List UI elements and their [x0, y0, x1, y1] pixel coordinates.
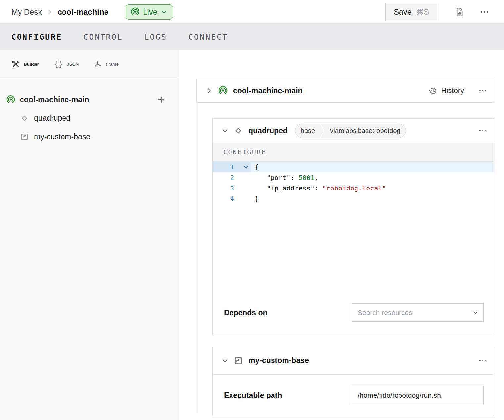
machine-config-page: My Desk cool-machine Live Save ⌘S: [0, 0, 504, 420]
breadcrumb-parent-link[interactable]: My Desk: [11, 7, 42, 17]
component-card-title: quadruped: [248, 126, 288, 135]
fold-chevron-icon[interactable]: [243, 162, 251, 172]
tree-item-label: cool-machine-main: [20, 95, 89, 104]
json-attributes-editor[interactable]: 1{2 "port": 5001,3 "ip_address": "robotd…: [213, 162, 494, 297]
mode-frame-label: Frame: [106, 62, 119, 67]
tab-connect[interactable]: CONNECT: [189, 33, 228, 41]
history-icon: [429, 86, 438, 95]
code-line-3[interactable]: 3 "ip_address": "robotdog.local": [213, 183, 494, 193]
fold-gutter-space: [243, 193, 251, 204]
resource-tree: cool-machine-main quadruped: [0, 78, 179, 146]
header-overflow-menu-button[interactable]: [480, 10, 489, 14]
header: My Desk cool-machine Live Save ⌘S: [0, 0, 504, 24]
depends-on-label: Depends on: [224, 308, 352, 317]
breadcrumb-current: cool-machine: [57, 7, 108, 17]
depends-on-select[interactable]: [352, 303, 484, 322]
status-chevron-down-icon: [161, 9, 167, 15]
save-button[interactable]: Save ⌘S: [385, 3, 437, 21]
mode-json-label: JSON: [67, 62, 79, 67]
mode-builder-button[interactable]: Builder: [11, 60, 39, 68]
config-main-panel: cool-machine-main History: [179, 50, 504, 420]
status-badge-label: Live: [143, 7, 157, 17]
save-shortcut-hint: ⌘S: [416, 7, 429, 17]
tab-control[interactable]: CONTROL: [83, 33, 123, 41]
configure-section-label: CONFIGURE: [223, 148, 266, 156]
mode-json-button[interactable]: {} JSON: [54, 60, 79, 69]
module-card-menu-button[interactable]: [479, 359, 487, 362]
quadruped-component-card: quadruped base viamlabs:base:robotdog: [212, 118, 494, 335]
tools-icon: [11, 60, 20, 68]
component-diamond-icon: [234, 126, 243, 135]
ellipsis-icon: [480, 10, 489, 14]
component-model-badge: viamlabs:base:robotdog: [325, 124, 405, 138]
component-type-badge: base: [295, 124, 320, 138]
breadcrumb: My Desk cool-machine: [11, 7, 108, 17]
expand-part-card-button[interactable]: [205, 87, 213, 94]
collapse-module-button[interactable]: [221, 357, 229, 364]
code-line-4[interactable]: 4}: [213, 193, 494, 204]
add-resource-button[interactable]: [157, 95, 166, 104]
history-label: History: [441, 86, 464, 95]
part-card-title: cool-machine-main: [233, 86, 303, 95]
fold-gutter-space: [243, 172, 251, 183]
config-sidebar: Builder {} JSON Frame: [0, 50, 179, 420]
executable-path-input[interactable]: [352, 386, 484, 404]
save-button-label: Save: [394, 7, 412, 17]
module-card: my-custom-base Executable path: [212, 347, 494, 416]
module-icon: [234, 356, 243, 365]
view-mode-switcher: Builder {} JSON Frame: [0, 50, 179, 78]
tree-item-label: my-custom-base: [34, 132, 90, 141]
tab-logs[interactable]: LOGS: [145, 33, 167, 41]
machine-part-card: cool-machine-main History: [196, 79, 494, 103]
live-signal-icon: [131, 7, 140, 16]
machine-metrics-button[interactable]: [454, 7, 464, 17]
collapse-quadruped-button[interactable]: [221, 127, 229, 134]
code-line-2[interactable]: 2 "port": 5001,: [213, 172, 494, 183]
code-line-1[interactable]: 1{: [213, 162, 494, 172]
fold-gutter-space: [243, 183, 251, 193]
module-icon: [21, 133, 29, 141]
tree-item-label: quadruped: [34, 114, 70, 123]
machine-part-icon: [218, 86, 228, 96]
machine-status-badge[interactable]: Live: [126, 4, 173, 20]
component-diamond-icon: [21, 114, 29, 122]
mode-builder-label: Builder: [24, 62, 39, 67]
module-card-title: my-custom-base: [248, 356, 309, 365]
machine-tabbar: CONFIGURE CONTROL LOGS CONNECT: [0, 24, 504, 50]
part-card-menu-button[interactable]: [479, 89, 487, 92]
mode-frame-button[interactable]: Frame: [93, 60, 119, 68]
component-type-model-badge: base viamlabs:base:robotdog: [295, 124, 406, 138]
tree-connector-line: [196, 103, 196, 414]
file-chart-icon: [454, 7, 464, 17]
badge-divider-icon: [320, 124, 325, 138]
executable-path-label: Executable path: [224, 391, 352, 400]
component-card-menu-button[interactable]: [479, 129, 487, 132]
tree-item-machine-part[interactable]: cool-machine-main: [0, 90, 179, 109]
tree-item-my-custom-base[interactable]: my-custom-base: [0, 127, 179, 146]
configure-section-header: CONFIGURE: [213, 143, 494, 162]
executable-path-row: Executable path: [213, 375, 494, 416]
machine-part-icon: [6, 95, 15, 104]
breadcrumb-chevron-icon: [47, 9, 53, 15]
frame-axes-icon: [93, 60, 102, 68]
braces-icon: {}: [54, 60, 63, 69]
history-button[interactable]: History: [429, 86, 464, 95]
tab-configure[interactable]: CONFIGURE: [11, 33, 62, 41]
depends-on-row: Depends on: [213, 297, 494, 335]
tree-item-quadruped[interactable]: quadruped: [0, 109, 179, 127]
